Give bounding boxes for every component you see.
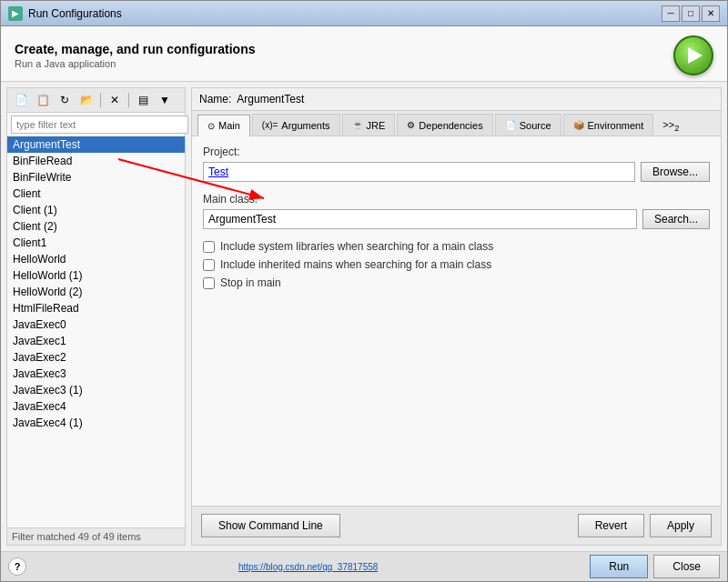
- checkbox-row-1: Include system libraries when searching …: [203, 240, 710, 253]
- include-inherited-mains-label: Include inherited mains when searching f…: [220, 258, 491, 271]
- source-tab-icon: 📄: [505, 120, 516, 130]
- project-label: Project:: [203, 146, 710, 158]
- main-content: Project: Browse... Main class: Show Comm…: [192, 136, 721, 506]
- export-btn[interactable]: ↻: [55, 91, 75, 109]
- project-field-row: Browse...: [203, 162, 710, 182]
- search-main-class-button[interactable]: Search...: [642, 209, 710, 229]
- include-system-libs-checkbox[interactable]: [203, 241, 215, 253]
- config-list: ArgumentTestBinFileReadBinFileWriteClien…: [7, 136, 185, 527]
- toolbar-separator-1: [100, 93, 101, 107]
- checkboxes-group: Include system libraries when searching …: [203, 240, 710, 289]
- run-icon: [688, 47, 703, 64]
- window-controls: ─ □ ✕: [662, 5, 720, 22]
- deps-tab-icon: ⚙: [407, 120, 415, 130]
- close-window-button[interactable]: ✕: [702, 5, 720, 22]
- main-class-group: Main class: Show Command Line Search...: [203, 193, 710, 229]
- filter-status: Filter matched 49 of 49 items: [7, 527, 185, 545]
- list-item[interactable]: JavaExec3 (1): [7, 382, 185, 398]
- revert-button[interactable]: Revert: [578, 514, 644, 537]
- header-area: Create, manage, and run configurations R…: [1, 26, 727, 82]
- filter-input[interactable]: [11, 115, 188, 134]
- right-panel: Name: ArgumentTest ⊙ Main (x)= Arguments…: [191, 87, 722, 546]
- run-configurations-window: ▶ Run Configurations ─ □ ✕ Create, manag…: [0, 0, 728, 582]
- list-item[interactable]: JavaExec3: [7, 366, 185, 382]
- project-input[interactable]: [203, 162, 635, 182]
- tab-jre-label: JRE: [367, 120, 386, 131]
- delete-btn[interactable]: ✕: [105, 91, 125, 109]
- main-class-label: Main class:: [203, 193, 710, 206]
- tabs-bar: ⊙ Main (x)= Arguments ☕ JRE ⚙ Dependenci…: [192, 111, 721, 136]
- content-area: 📄 📋 ↻ 📂 ✕ ▤ ▼ ArgumentTestBinFileReadBin…: [1, 82, 727, 551]
- toolbar: 📄 📋 ↻ 📂 ✕ ▤ ▼: [7, 88, 185, 113]
- list-item[interactable]: JavaExec1: [7, 333, 185, 349]
- status-link[interactable]: https://blog.csdn.net/qq_37817558: [238, 562, 378, 572]
- left-panel: 📄 📋 ↻ 📂 ✕ ▤ ▼ ArgumentTestBinFileReadBin…: [6, 87, 186, 546]
- tab-main-label: Main: [218, 120, 240, 131]
- list-item[interactable]: HelloWorld (2): [7, 284, 185, 300]
- list-item[interactable]: HelloWorld (1): [7, 267, 185, 284]
- header-subtitle: Run a Java application: [15, 58, 256, 69]
- main-class-input[interactable]: [203, 209, 637, 229]
- tab-dependencies-label: Dependencies: [419, 120, 482, 131]
- list-item[interactable]: JavaExec4: [7, 398, 185, 415]
- name-value: ArgumentTest: [237, 93, 304, 105]
- new-config-btn[interactable]: 📄: [11, 91, 31, 109]
- list-item[interactable]: Client (2): [7, 218, 185, 235]
- window-title: Run Configurations: [28, 7, 662, 20]
- bottom-buttons-bar: Show Command Line Revert Apply: [192, 506, 721, 545]
- tab-main[interactable]: ⊙ Main: [197, 115, 250, 136]
- checkbox-row-2: Include inherited mains when searching f…: [203, 258, 710, 271]
- status-bar: ? https://blog.csdn.net/qq_37817558 Run …: [1, 551, 727, 581]
- include-inherited-mains-checkbox[interactable]: [203, 259, 215, 271]
- tab-overflow[interactable]: >>2: [657, 116, 684, 135]
- tab-source-label: Source: [520, 120, 551, 131]
- main-class-field-row: Show Command Line Search...: [203, 209, 710, 229]
- toolbar-separator-2: [128, 93, 129, 107]
- list-item[interactable]: Client: [7, 186, 185, 202]
- stop-in-main-label: Stop in main: [220, 276, 281, 289]
- name-label: Name:: [199, 93, 231, 105]
- list-item[interactable]: BinFileWrite: [7, 169, 185, 186]
- name-bar: Name: ArgumentTest: [192, 88, 721, 111]
- tab-source[interactable]: 📄 Source: [495, 114, 561, 135]
- title-bar: ▶ Run Configurations ─ □ ✕: [1, 1, 727, 26]
- list-item[interactable]: Client1: [7, 235, 185, 251]
- duplicate-btn[interactable]: 📋: [33, 91, 53, 109]
- run-button[interactable]: [673, 35, 713, 75]
- close-final-button[interactable]: Close: [653, 555, 720, 578]
- tab-environment[interactable]: 📦 Environment: [563, 114, 654, 135]
- window-icon: ▶: [8, 6, 23, 21]
- apply-button[interactable]: Apply: [650, 514, 712, 537]
- jre-tab-icon: ☕: [352, 120, 363, 130]
- import-btn[interactable]: 📂: [76, 91, 96, 109]
- list-item[interactable]: HelloWorld: [7, 251, 185, 267]
- list-item[interactable]: HtmlFileRead: [7, 300, 185, 316]
- list-item[interactable]: Client (1): [7, 202, 185, 218]
- filter-btn[interactable]: ▼: [155, 91, 175, 109]
- include-system-libs-label: Include system libraries when searching …: [220, 240, 493, 253]
- list-item[interactable]: JavaExec2: [7, 349, 185, 366]
- checkbox-row-3: Stop in main: [203, 276, 710, 289]
- list-item[interactable]: JavaExec0: [7, 316, 185, 333]
- args-tab-icon: (x)=: [262, 120, 278, 130]
- minimize-button[interactable]: ─: [662, 5, 680, 22]
- tab-environment-label: Environment: [588, 120, 644, 131]
- collapse-btn[interactable]: ▤: [133, 91, 153, 109]
- show-command-line-button[interactable]: Show Command Line: [201, 514, 340, 537]
- header-title: Create, manage, and run configurations: [15, 42, 256, 56]
- run-final-button[interactable]: Run: [590, 555, 648, 578]
- list-item[interactable]: ArgumentTest: [7, 136, 185, 153]
- stop-in-main-checkbox[interactable]: [203, 277, 215, 289]
- list-item[interactable]: BinFileRead: [7, 153, 185, 169]
- tab-arguments[interactable]: (x)= Arguments: [252, 114, 340, 135]
- maximize-button[interactable]: □: [682, 5, 700, 22]
- run-close-buttons: Run Close: [590, 555, 720, 578]
- env-tab-icon: 📦: [573, 120, 584, 130]
- list-item[interactable]: JavaExec4 (1): [7, 415, 185, 431]
- tab-jre[interactable]: ☕ JRE: [342, 114, 396, 135]
- main-tab-icon: ⊙: [207, 121, 215, 131]
- browse-button[interactable]: Browse...: [641, 162, 710, 182]
- help-button[interactable]: ?: [8, 557, 26, 576]
- tab-dependencies[interactable]: ⚙ Dependencies: [397, 114, 492, 135]
- project-group: Project: Browse...: [203, 146, 710, 182]
